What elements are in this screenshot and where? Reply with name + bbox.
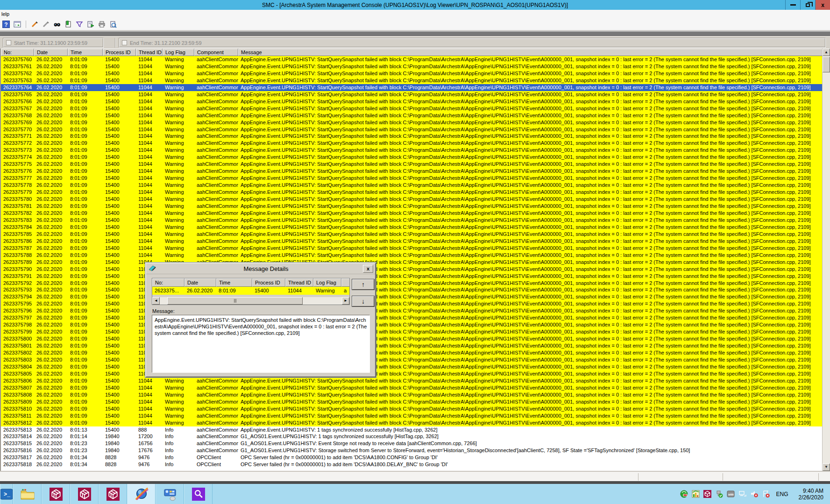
log-row-2623375796[interactable]: 262337579626.02.20208:01:091540011044War… bbox=[1, 307, 823, 314]
log-row-2623375782[interactable]: 262337578226.02.20208:01:091540011044War… bbox=[1, 210, 823, 217]
taskbar-smc-active[interactable] bbox=[127, 484, 156, 504]
column-header-threadid[interactable]: Thread ID bbox=[136, 49, 163, 56]
log-row-2623375781[interactable]: 262337578126.02.20208:01:091540011044War… bbox=[1, 203, 823, 210]
log-row-2623375794[interactable]: 262337579426.02.20208:01:091540011044War… bbox=[1, 293, 823, 300]
log-row-2623375807[interactable]: 262337580726.02.20208:01:091540011044War… bbox=[1, 384, 823, 391]
log-row-2623375816[interactable]: 262337581626.02.20208:01:231984017676Inf… bbox=[1, 447, 823, 454]
log-row-2623375789[interactable]: 262337578926.02.20208:01:091540011044War… bbox=[1, 259, 823, 266]
scroll-left-button[interactable]: ◄ bbox=[152, 297, 160, 305]
export-icon[interactable] bbox=[86, 20, 95, 28]
taskbar-file-explorer[interactable] bbox=[13, 484, 42, 504]
vertical-scrollbar[interactable]: ▲ ▼ bbox=[822, 49, 830, 471]
dialog-grid-row[interactable]: 2623375...26.02.20208:01:091540011044War… bbox=[152, 287, 349, 295]
dialog-column-header-no[interactable]: No: bbox=[152, 278, 184, 287]
start-time-checkbox[interactable] bbox=[6, 40, 11, 45]
archestra-tray-icon[interactable] bbox=[703, 490, 711, 498]
log-row-2623375813[interactable]: 262337581326.02.20208:01:1315400888Infoa… bbox=[1, 426, 823, 433]
taskbar-powershell[interactable]: >_ bbox=[0, 484, 13, 504]
print-preview-icon[interactable] bbox=[109, 20, 117, 28]
volume-muted-icon[interactable] bbox=[750, 490, 758, 498]
log-row-2623375814[interactable]: 262337581426.02.20208:01:141984017200Inf… bbox=[1, 433, 823, 440]
column-header-component[interactable]: Component bbox=[194, 49, 238, 56]
log-row-2623375797[interactable]: 262337579726.02.20208:01:091540011044War… bbox=[1, 314, 823, 321]
column-header-no[interactable]: No: bbox=[1, 49, 34, 56]
taskbar-archestra-ide-3[interactable] bbox=[99, 484, 127, 504]
usb-device-icon[interactable] bbox=[715, 490, 723, 498]
log-row-2623375770[interactable]: 262337577026.02.20208:01:091540011044War… bbox=[1, 126, 823, 133]
end-time-checkbox[interactable] bbox=[122, 40, 127, 45]
taskbar-server-manager[interactable] bbox=[156, 484, 184, 504]
log-row-2623375791[interactable]: 262337579126.02.20208:01:091540011044War… bbox=[1, 273, 823, 280]
close-button[interactable]: x bbox=[815, 0, 830, 10]
log-row-2623375772[interactable]: 262337577226.02.20208:01:091540011044War… bbox=[1, 140, 823, 147]
taskbar-search[interactable] bbox=[184, 484, 213, 504]
historian-chart-icon[interactable] bbox=[692, 490, 700, 498]
dialog-column-header-logflag[interactable]: Log Flag bbox=[313, 278, 341, 287]
dialog-horizontal-scrollbar[interactable]: ◄ ► bbox=[152, 297, 349, 305]
scroll-up-button[interactable]: ▲ bbox=[823, 49, 830, 56]
log-row-2623375798[interactable]: 262337579826.02.20208:01:091540011044War… bbox=[1, 321, 823, 328]
log-row-2623375771[interactable]: 262337577126.02.20208:01:091540011044War… bbox=[1, 133, 823, 140]
hscroll-thumb[interactable] bbox=[167, 297, 303, 305]
log-row-2623375810[interactable]: 262337581026.02.20208:01:091540011044War… bbox=[1, 405, 823, 412]
log-row-2623375806[interactable]: 262337580626.02.20208:01:091540011044War… bbox=[1, 377, 823, 384]
find-icon[interactable] bbox=[53, 20, 61, 28]
log-row-2623375803[interactable]: 262337580326.02.20208:01:091540011044War… bbox=[1, 356, 823, 363]
sync-status-icon[interactable] bbox=[680, 490, 688, 498]
log-row-2623375764[interactable]: 262337576426.02.20208:01:091540011044War… bbox=[1, 84, 823, 91]
log-row-2623375799[interactable]: 262337579926.02.20208:01:091540011044War… bbox=[1, 328, 823, 335]
scroll-right-button[interactable]: ► bbox=[342, 297, 349, 305]
log-row-2623375784[interactable]: 262337578426.02.20208:01:091540011044War… bbox=[1, 224, 823, 231]
log-row-2623375793[interactable]: 262337579326.02.20208:01:091540011044War… bbox=[1, 286, 823, 293]
log-row-2623375804[interactable]: 262337580426.02.20208:01:091540011044War… bbox=[1, 363, 823, 370]
log-row-2623375778[interactable]: 262337577826.02.20208:01:091540011044War… bbox=[1, 182, 823, 189]
taskbar-archestra-ide-1[interactable] bbox=[42, 484, 70, 504]
dialog-column-header-date[interactable]: Date bbox=[184, 278, 216, 287]
help-icon[interactable]: ? bbox=[2, 20, 10, 28]
log-row-2623375801[interactable]: 262337580126.02.20208:01:091540011044War… bbox=[1, 342, 823, 349]
log-row-2623375768[interactable]: 262337576826.02.20208:01:091540011044War… bbox=[1, 112, 823, 119]
print-icon[interactable] bbox=[98, 20, 106, 28]
minimize-button[interactable] bbox=[785, 0, 800, 10]
log-row-2623375800[interactable]: 262337580026.02.20208:01:091540011044War… bbox=[1, 335, 823, 342]
log-row-2623375773[interactable]: 262337577326.02.20208:01:091540011044War… bbox=[1, 147, 823, 154]
log-row-2623375766[interactable]: 262337576626.02.20208:01:091540011044War… bbox=[1, 98, 823, 105]
log-row-2623375763[interactable]: 262337576326.02.20208:01:091540011044War… bbox=[1, 77, 823, 84]
log-row-2623375783[interactable]: 262337578326.02.20208:01:091540011044War… bbox=[1, 217, 823, 224]
vmware-tools-icon[interactable]: vm bbox=[727, 490, 735, 498]
column-header-logflag[interactable]: Log Flag bbox=[163, 49, 194, 56]
log-row-2623375790[interactable]: 262337579026.02.20208:01:091540011044War… bbox=[1, 266, 823, 273]
dialog-column-header-time[interactable]: Time bbox=[216, 278, 252, 287]
log-row-2623375769[interactable]: 262337576926.02.20208:01:091540011044War… bbox=[1, 119, 823, 126]
log-row-2623375787[interactable]: 262337578726.02.20208:01:091540011044War… bbox=[1, 245, 823, 252]
restore-button[interactable] bbox=[800, 0, 815, 10]
log-row-2623375786[interactable]: 262337578626.02.20208:01:091540011044War… bbox=[1, 238, 823, 245]
language-indicator[interactable]: ENG bbox=[773, 491, 791, 497]
message-text-box[interactable]: AppEngine.Event.UPNG1HISTV: StartQuerySn… bbox=[152, 315, 370, 373]
log-row-2623375788[interactable]: 262337578826.02.20208:01:091540011044War… bbox=[1, 252, 823, 259]
log-row-2623375779[interactable]: 262337577926.02.20208:01:091540011044War… bbox=[1, 189, 823, 196]
unmark-message-icon[interactable] bbox=[42, 20, 50, 28]
filter-icon[interactable] bbox=[75, 20, 84, 28]
log-row-2623375776[interactable]: 262337577626.02.20208:01:091540011044War… bbox=[1, 168, 823, 175]
previous-message-button[interactable]: ↑ bbox=[352, 279, 374, 290]
log-row-2623375805[interactable]: 262337580526.02.20208:01:091540011044War… bbox=[1, 370, 823, 377]
next-message-button[interactable]: ↓ bbox=[352, 296, 374, 306]
log-row-2623375760[interactable]: 262337576026.02.20208:01:091540011044War… bbox=[1, 56, 823, 63]
taskbar-clock[interactable]: 9:40 AM 2/26/2020 bbox=[795, 488, 827, 501]
action-center-icon[interactable] bbox=[762, 490, 770, 498]
log-row-2623375777[interactable]: 262337577726.02.20208:01:091540011044War… bbox=[1, 175, 823, 182]
column-header-message[interactable]: Message bbox=[238, 49, 823, 56]
log-row-2623375785[interactable]: 262337578526.02.20208:01:091540011044War… bbox=[1, 231, 823, 238]
log-row-2623375767[interactable]: 262337576726.02.20208:01:091540011044War… bbox=[1, 105, 823, 112]
dialog-close-button[interactable]: x bbox=[363, 265, 373, 273]
dialog-column-header-threadid[interactable]: Thread ID bbox=[285, 278, 313, 287]
log-row-2623375812[interactable]: 262337581226.02.20208:01:091540011044War… bbox=[1, 419, 823, 426]
log-row-2623375795[interactable]: 262337579526.02.20208:01:091540011044War… bbox=[1, 300, 823, 307]
log-row-2623375762[interactable]: 262337576226.02.20208:01:091540011044War… bbox=[1, 70, 823, 77]
log-row-2623375775[interactable]: 262337577526.02.20208:01:091540011044War… bbox=[1, 161, 823, 168]
mark-message-icon[interactable] bbox=[30, 20, 39, 28]
message-window-icon[interactable] bbox=[13, 20, 21, 28]
column-header-processid[interactable]: Process ID bbox=[103, 49, 136, 56]
dialog-title-bar[interactable]: Message Details x bbox=[146, 263, 375, 274]
